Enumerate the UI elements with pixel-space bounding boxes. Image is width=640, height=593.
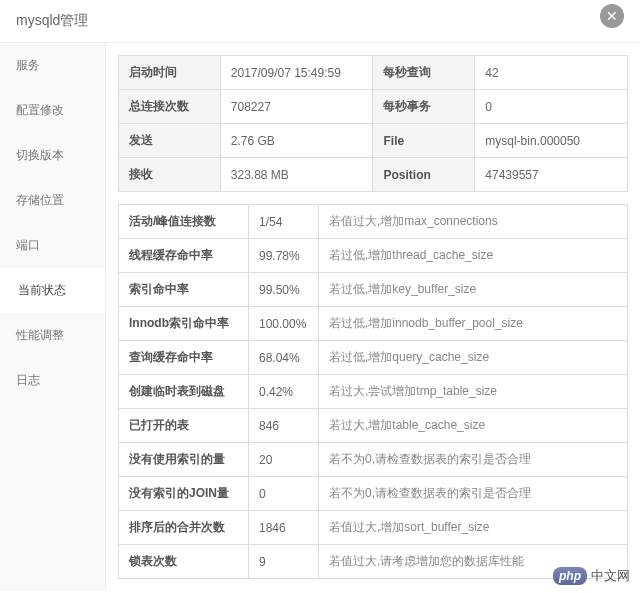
metric-hint: 若过低,增加thread_cache_size bbox=[319, 239, 628, 273]
metric-label: 已打开的表 bbox=[119, 409, 249, 443]
value-connections: 708227 bbox=[220, 90, 373, 124]
main-container: 服务 配置修改 切换版本 存储位置 端口 当前状态 性能调整 日志 启动时间 2… bbox=[0, 43, 640, 591]
label-sent: 发送 bbox=[119, 124, 221, 158]
content-panel: 启动时间 2017/09/07 15:49:59 每秒查询 42 总连接次数 7… bbox=[106, 43, 640, 591]
metric-value: 846 bbox=[249, 409, 319, 443]
metric-hint: 若过大,尝试增加tmp_table_size bbox=[319, 375, 628, 409]
metric-value: 0.42% bbox=[249, 375, 319, 409]
sidebar-item-config[interactable]: 配置修改 bbox=[0, 88, 105, 133]
sidebar-item-performance[interactable]: 性能调整 bbox=[0, 313, 105, 358]
metric-hint: 若过低,增加key_buffer_size bbox=[319, 273, 628, 307]
value-received: 323.88 MB bbox=[220, 158, 373, 192]
label-connections: 总连接次数 bbox=[119, 90, 221, 124]
table-row: 没有索引的JOIN量0若不为0,请检查数据表的索引是否合理 bbox=[119, 477, 628, 511]
sidebar-item-status[interactable]: 当前状态 bbox=[0, 268, 105, 313]
label-received: 接收 bbox=[119, 158, 221, 192]
sidebar-item-version[interactable]: 切换版本 bbox=[0, 133, 105, 178]
table-row: 没有使用索引的量20若不为0,请检查数据表的索引是否合理 bbox=[119, 443, 628, 477]
sidebar-item-label: 服务 bbox=[16, 58, 40, 72]
metric-hint: 若过低,增加query_cache_size bbox=[319, 341, 628, 375]
metric-label: 索引命中率 bbox=[119, 273, 249, 307]
table-row: 锁表次数9若值过大,请考虑增加您的数据库性能 bbox=[119, 545, 628, 579]
sidebar-item-storage[interactable]: 存储位置 bbox=[0, 178, 105, 223]
watermark-text: 中文网 bbox=[591, 567, 630, 585]
metric-value: 20 bbox=[249, 443, 319, 477]
label-position: Position bbox=[373, 158, 475, 192]
sidebar-item-label: 端口 bbox=[16, 238, 40, 252]
label-tps: 每秒事务 bbox=[373, 90, 475, 124]
table-row: Innodb索引命中率100.00%若过低,增加innodb_buffer_po… bbox=[119, 307, 628, 341]
sidebar-item-label: 当前状态 bbox=[18, 283, 66, 297]
value-file: mysql-bin.000050 bbox=[475, 124, 628, 158]
label-file: File bbox=[373, 124, 475, 158]
metric-value: 0 bbox=[249, 477, 319, 511]
metric-value: 100.00% bbox=[249, 307, 319, 341]
dialog-title: mysqld管理 bbox=[16, 12, 88, 30]
table-row: 创建临时表到磁盘0.42%若过大,尝试增加tmp_table_size bbox=[119, 375, 628, 409]
table-row: 查询缓存命中率68.04%若过低,增加query_cache_size bbox=[119, 341, 628, 375]
sidebar: 服务 配置修改 切换版本 存储位置 端口 当前状态 性能调整 日志 bbox=[0, 43, 106, 591]
value-qps: 42 bbox=[475, 56, 628, 90]
sidebar-item-label: 切换版本 bbox=[16, 148, 64, 162]
metric-value: 1846 bbox=[249, 511, 319, 545]
sidebar-item-label: 日志 bbox=[16, 373, 40, 387]
value-position: 47439557 bbox=[475, 158, 628, 192]
table-row: 接收 323.88 MB Position 47439557 bbox=[119, 158, 628, 192]
label-qps: 每秒查询 bbox=[373, 56, 475, 90]
value-start-time: 2017/09/07 15:49:59 bbox=[220, 56, 373, 90]
table-row: 排序后的合并次数1846若值过大,增加sort_buffer_size bbox=[119, 511, 628, 545]
watermark: php 中文网 bbox=[553, 567, 630, 585]
sidebar-item-label: 存储位置 bbox=[16, 193, 64, 207]
metric-hint: 若值过大,增加sort_buffer_size bbox=[319, 511, 628, 545]
status-summary-table: 启动时间 2017/09/07 15:49:59 每秒查询 42 总连接次数 7… bbox=[118, 55, 628, 192]
metric-label: 线程缓存命中率 bbox=[119, 239, 249, 273]
dialog-header: mysqld管理 ✕ bbox=[0, 0, 640, 43]
sidebar-item-service[interactable]: 服务 bbox=[0, 43, 105, 88]
sidebar-item-label: 性能调整 bbox=[16, 328, 64, 342]
metric-value: 9 bbox=[249, 545, 319, 579]
table-row: 总连接次数 708227 每秒事务 0 bbox=[119, 90, 628, 124]
value-sent: 2.76 GB bbox=[220, 124, 373, 158]
metric-value: 68.04% bbox=[249, 341, 319, 375]
metric-label: 查询缓存命中率 bbox=[119, 341, 249, 375]
metric-label: 没有使用索引的量 bbox=[119, 443, 249, 477]
metric-label: Innodb索引命中率 bbox=[119, 307, 249, 341]
table-row: 发送 2.76 GB File mysql-bin.000050 bbox=[119, 124, 628, 158]
label-start-time: 启动时间 bbox=[119, 56, 221, 90]
metric-hint: 若过低,增加innodb_buffer_pool_size bbox=[319, 307, 628, 341]
php-badge-icon: php bbox=[553, 567, 587, 585]
metric-value: 99.50% bbox=[249, 273, 319, 307]
metric-hint: 若不为0,请检查数据表的索引是否合理 bbox=[319, 443, 628, 477]
table-row: 索引命中率99.50%若过低,增加key_buffer_size bbox=[119, 273, 628, 307]
table-row: 活动/峰值连接数1/54若值过大,增加max_connections bbox=[119, 205, 628, 239]
metric-value: 99.78% bbox=[249, 239, 319, 273]
value-tps: 0 bbox=[475, 90, 628, 124]
sidebar-item-port[interactable]: 端口 bbox=[0, 223, 105, 268]
close-icon[interactable]: ✕ bbox=[600, 4, 624, 28]
table-row: 启动时间 2017/09/07 15:49:59 每秒查询 42 bbox=[119, 56, 628, 90]
metrics-table: 活动/峰值连接数1/54若值过大,增加max_connections 线程缓存命… bbox=[118, 204, 628, 579]
table-row: 线程缓存命中率99.78%若过低,增加thread_cache_size bbox=[119, 239, 628, 273]
metric-label: 排序后的合并次数 bbox=[119, 511, 249, 545]
metric-hint: 若过大,增加table_cache_size bbox=[319, 409, 628, 443]
metric-hint: 若值过大,增加max_connections bbox=[319, 205, 628, 239]
sidebar-item-logs[interactable]: 日志 bbox=[0, 358, 105, 403]
metric-label: 锁表次数 bbox=[119, 545, 249, 579]
metric-value: 1/54 bbox=[249, 205, 319, 239]
table-row: 已打开的表846若过大,增加table_cache_size bbox=[119, 409, 628, 443]
metric-label: 没有索引的JOIN量 bbox=[119, 477, 249, 511]
sidebar-item-label: 配置修改 bbox=[16, 103, 64, 117]
metric-label: 活动/峰值连接数 bbox=[119, 205, 249, 239]
metric-label: 创建临时表到磁盘 bbox=[119, 375, 249, 409]
metric-hint: 若不为0,请检查数据表的索引是否合理 bbox=[319, 477, 628, 511]
